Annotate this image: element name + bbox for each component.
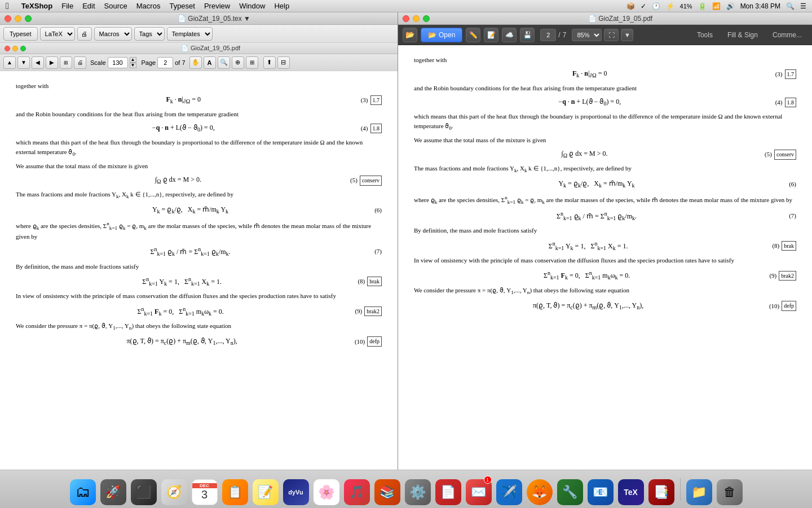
page-input[interactable] bbox=[157, 57, 173, 68]
acrobat-page-input[interactable] bbox=[540, 29, 556, 41]
crop-tool[interactable]: ⊞ bbox=[246, 56, 258, 69]
acrobat-zoom-select[interactable]: 85% bbox=[572, 29, 602, 41]
volume-icon[interactable]: 🔊 bbox=[726, 2, 735, 10]
dock-item-mission-control[interactable]: ⬛ bbox=[130, 474, 158, 505]
print-button[interactable]: 🖨 bbox=[77, 27, 92, 41]
typeset-button[interactable]: Typeset bbox=[3, 27, 38, 41]
eq3-row: Fk · n|∂Ω = 0 (3) 1.7 bbox=[16, 94, 382, 106]
traffic-red[interactable] bbox=[5, 15, 11, 22]
notification-icon[interactable]: ☰ bbox=[800, 2, 806, 10]
dock-item-texshop[interactable]: TeX bbox=[617, 474, 645, 505]
wifi-icon[interactable]: 📶 bbox=[712, 2, 721, 10]
dock-item-letter[interactable]: 📧 bbox=[586, 474, 615, 505]
fill-sign-button[interactable]: Fill & Sign bbox=[722, 28, 764, 42]
dock-item-dyvu[interactable]: dyVu bbox=[282, 474, 310, 505]
scale-up[interactable]: ▲ bbox=[130, 57, 136, 63]
dock-item-files[interactable]: 📁 bbox=[685, 474, 713, 505]
templates-select[interactable]: Templates bbox=[167, 27, 213, 41]
menu-source[interactable]: Source bbox=[104, 2, 127, 10]
dock-item-spark[interactable]: ✉️ 1 bbox=[465, 474, 493, 505]
right-eq9-number: (9) bbox=[760, 271, 776, 281]
dock-item-reminders[interactable]: 📋 bbox=[221, 474, 249, 505]
nav-up-button[interactable]: ▲ bbox=[3, 56, 16, 69]
right-traffic-green[interactable] bbox=[423, 15, 430, 22]
next-page-button[interactable]: ▶ bbox=[46, 56, 58, 69]
left-window: 📄 GioZat_19_05.tex ▼ Typeset LaTeX 🖨 Mac… bbox=[0, 12, 398, 470]
inner-traffic-green[interactable] bbox=[20, 46, 26, 51]
thumbnail-button[interactable]: ⊞ bbox=[60, 56, 72, 69]
nav-down-button[interactable]: ▼ bbox=[17, 56, 30, 69]
app-area: 📄 GioZat_19_05.tex ▼ Typeset LaTeX 🖨 Mac… bbox=[0, 12, 812, 470]
menu-preview[interactable]: Preview bbox=[204, 2, 230, 10]
hand-tool[interactable]: ✋ bbox=[189, 56, 202, 69]
text-tool[interactable]: A bbox=[204, 56, 216, 69]
right-paragraph-together: together with bbox=[414, 55, 796, 65]
acrobat-btn5[interactable]: 💾 bbox=[520, 28, 535, 42]
comments-button[interactable]: Comme... bbox=[767, 28, 807, 42]
right-eq5-formula: ∫Ω ϱ dx = M > 0. bbox=[561, 150, 607, 157]
scale-down[interactable]: ▼ bbox=[130, 63, 136, 68]
menu-texshop[interactable]: TeXShop bbox=[21, 2, 52, 10]
acrobat-btn4[interactable]: ☁️ bbox=[502, 28, 517, 42]
dock-item-green-app[interactable]: 🔧 bbox=[556, 474, 584, 505]
dock-item-notes[interactable]: 📝 bbox=[251, 474, 280, 505]
dock-item-launchpad[interactable]: 🚀 bbox=[99, 474, 127, 505]
zoom-expand[interactable]: ⛶ bbox=[604, 29, 619, 41]
menu-macros[interactable]: Macros bbox=[136, 2, 161, 10]
tools-button[interactable]: Tools bbox=[691, 28, 718, 42]
bluetooth-icon[interactable]: ⚡ bbox=[666, 2, 674, 10]
acrobat-btn3[interactable]: 📝 bbox=[484, 28, 498, 42]
reminders-icon: 📋 bbox=[222, 479, 248, 505]
acrobat-folder[interactable]: 📂 bbox=[403, 28, 417, 42]
time-machine-icon[interactable]: 🕐 bbox=[652, 2, 660, 10]
dock-item-books[interactable]: 📚 bbox=[373, 474, 401, 505]
print2-button[interactable]: 🖨 bbox=[74, 56, 86, 69]
layout-button[interactable]: ⊟ bbox=[277, 56, 290, 69]
dock-item-firefox[interactable]: 🦊 bbox=[526, 474, 554, 505]
dock-item-system-prefs[interactable]: ⚙️ bbox=[404, 474, 432, 505]
open-button[interactable]: 📂 Open bbox=[421, 28, 462, 42]
dock-item-acrobat[interactable]: 📄 bbox=[434, 474, 462, 505]
dock-item-acrobat-reader[interactable]: 📑 bbox=[647, 474, 676, 505]
tags-select[interactable]: Tags bbox=[134, 27, 165, 41]
dock-item-music[interactable]: 🎵 bbox=[343, 474, 371, 505]
notes-icon: 📝 bbox=[253, 479, 279, 505]
onedrive-icon[interactable]: ✓ bbox=[641, 2, 646, 10]
dock-item-trash[interactable]: 🗑 bbox=[716, 474, 744, 505]
zoom-arrow[interactable]: ▼ bbox=[621, 29, 633, 41]
right-eq10-row: π(ϱ, T, ϑ) = πc(ϱ) + πm(ϱ, ϑ, Y1,..., Yn… bbox=[414, 300, 796, 312]
traffic-yellow[interactable] bbox=[15, 15, 21, 22]
right-traffic-yellow[interactable] bbox=[413, 15, 420, 22]
acrobat-btn2[interactable]: ✏️ bbox=[466, 28, 480, 42]
dropbox-icon[interactable]: 📦 bbox=[626, 2, 635, 10]
dock-item-calendar[interactable]: DEC 3 bbox=[191, 474, 219, 505]
share-button[interactable]: ⬆ bbox=[263, 56, 276, 69]
right-paragraph-pressure: We consider the pressure π = π(ϱ, ϑ, Y1,… bbox=[414, 286, 796, 296]
menu-edit[interactable]: Edit bbox=[82, 2, 95, 10]
prev-page-button[interactable]: ◀ bbox=[32, 56, 44, 69]
right-traffic-red[interactable] bbox=[403, 15, 409, 22]
traffic-green[interactable] bbox=[25, 15, 32, 22]
menu-window[interactable]: Window bbox=[239, 2, 265, 10]
apple-menu[interactable]:  bbox=[6, 1, 9, 11]
photos-icon: 🌸 bbox=[314, 479, 339, 505]
dock-item-airmail[interactable]: ✈️ bbox=[495, 474, 523, 505]
right-eq5-row: ∫Ω ϱ dx = M > 0. (5) conserv bbox=[414, 148, 796, 160]
engine-select[interactable]: LaTeX bbox=[40, 27, 75, 41]
scale-input[interactable] bbox=[108, 57, 128, 68]
dock-item-photos[interactable]: 🌸 bbox=[312, 474, 341, 505]
menu-file[interactable]: File bbox=[61, 2, 73, 10]
magnify-tool[interactable]: ⊕ bbox=[232, 56, 244, 69]
menu-help[interactable]: Help bbox=[274, 2, 289, 10]
left-window-title: 📄 GioZat_19_05.tex ▼ bbox=[178, 15, 250, 23]
inner-traffic-yellow[interactable] bbox=[12, 46, 18, 51]
dock-item-safari[interactable]: 🧭 bbox=[160, 474, 188, 505]
macros-select[interactable]: Macros bbox=[94, 27, 132, 41]
battery-icon: 🔋 bbox=[698, 2, 707, 10]
spotlight-icon[interactable]: 🔍 bbox=[786, 2, 795, 10]
inner-traffic-red[interactable] bbox=[5, 46, 10, 51]
search-tool[interactable]: 🔍 bbox=[218, 56, 230, 69]
menu-typeset[interactable]: Typeset bbox=[169, 2, 195, 10]
dock-item-finder[interactable]: 🗂 bbox=[69, 474, 97, 505]
eq5-tag: conserv bbox=[360, 176, 382, 186]
